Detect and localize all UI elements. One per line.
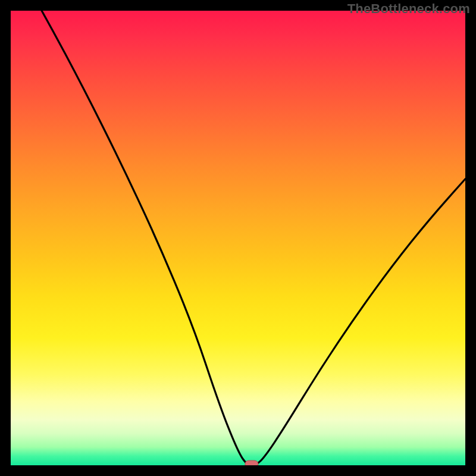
bottleneck-curve-path [11,11,465,465]
plot-area [11,11,465,465]
bottleneck-curve-svg [11,11,465,465]
optimal-marker [245,461,258,465]
chart-frame: TheBottleneck.com [0,0,476,476]
watermark-text: TheBottleneck.com [347,1,470,17]
svg-rect-0 [245,461,258,465]
